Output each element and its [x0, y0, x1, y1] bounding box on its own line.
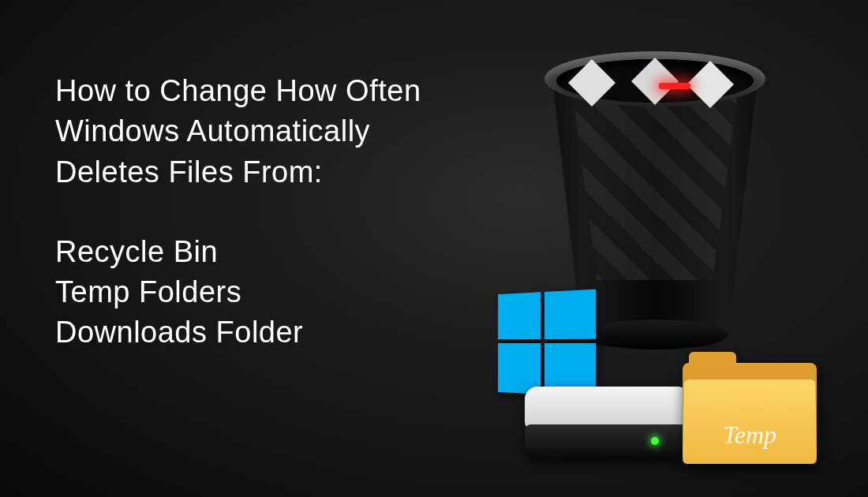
bin-indicator-light-icon [659, 83, 690, 89]
drive-led-icon [651, 437, 659, 445]
temp-folder-icon: Temp [683, 363, 817, 465]
windows-logo-icon [498, 290, 596, 398]
heading-line-3: Deletes Files From: [55, 152, 421, 192]
hard-drive-icon [525, 387, 690, 462]
main-text-block: How to Change How Often Windows Automati… [55, 71, 421, 353]
heading-line-2: Windows Automatically [55, 111, 421, 151]
list-item-downloads-folder: Downloads Folder [55, 312, 421, 353]
folder-label: Temp [683, 420, 817, 450]
list-item-temp-folders: Temp Folders [55, 272, 421, 312]
heading-line-1: How to Change How Often [55, 71, 421, 111]
graphic-composition: Temp [489, 43, 821, 469]
list-item-recycle-bin: Recycle Bin [55, 232, 421, 272]
